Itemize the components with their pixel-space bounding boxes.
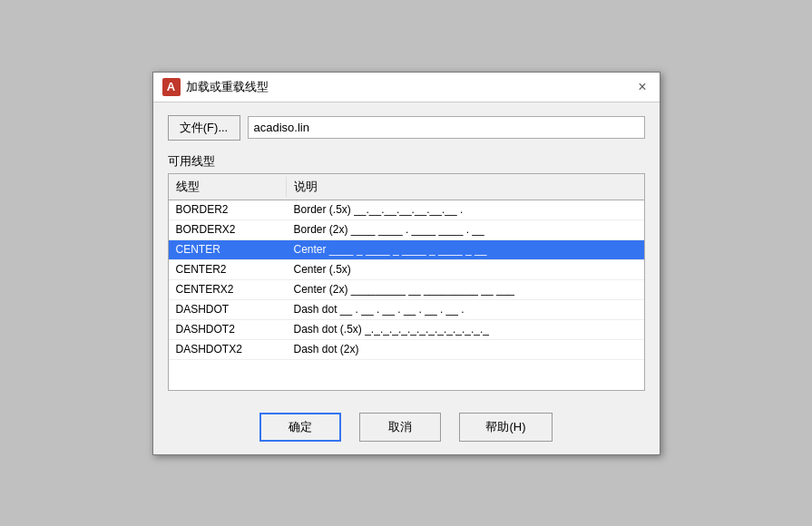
col-description-header: 说明 [287,177,644,197]
description-cell: Center ____ _ ____ _ ____ _ ____ _ __ [287,241,644,258]
table-row[interactable]: CENTERX2Center (2x) _________ __ _______… [169,280,644,300]
dialog-footer: 确定 取消 帮助(H) [153,402,660,454]
table-header: 线型 说明 [169,174,644,200]
linetype-cell: DASHDOT [169,301,287,317]
description-cell: Dash dot (2x) [287,341,644,357]
titlebar: A 加载或重载线型 × [153,73,660,102]
linetype-cell: BORDERX2 [169,221,287,238]
file-button[interactable]: 文件(F)... [168,115,240,141]
description-cell: Center (.5x) [287,261,644,278]
file-input[interactable] [248,116,645,139]
table-row[interactable]: BORDER2Border (.5x) __.__.__.__.__.__.__… [169,200,644,220]
cancel-button[interactable]: 取消 [359,413,441,442]
linetype-cell: CENTERX2 [169,281,287,297]
table-body[interactable]: BORDER2Border (.5x) __.__.__.__.__.__.__… [169,200,644,390]
description-cell: Center (2x) _________ __ _________ __ __… [287,281,644,297]
linetype-cell: BORDER2 [169,201,287,218]
table-row[interactable]: DASHDOT2Dash dot (.5x) _._._._._._._._._… [169,320,644,340]
table-row[interactable]: DASHDOTX2Dash dot (2x) [169,340,644,360]
linetype-cell: DASHDOT2 [169,321,287,337]
linetype-cell: DASHDOTX2 [169,341,287,357]
linetype-table: 线型 说明 BORDER2Border (.5x) __.__.__.__.__… [168,173,645,391]
table-row[interactable]: DASHDOTDash dot __ . __ . __ . __ . __ .… [169,300,644,320]
confirm-button[interactable]: 确定 [259,413,341,442]
description-cell: Dash dot __ . __ . __ . __ . __ . __ . [287,301,644,317]
help-button[interactable]: 帮助(H) [459,413,552,442]
description-cell: Border (2x) ____ ____ . ____ ____ . __ [287,221,644,238]
description-cell: Dash dot (.5x) _._._._._._._._._._._._._… [287,321,644,337]
available-linetypes-label: 可用线型 [168,153,645,170]
linetype-cell: CENTER [169,241,287,258]
file-row: 文件(F)... [168,115,645,141]
dialog: A 加载或重载线型 × 文件(F)... 可用线型 线型 说明 BORDER2B… [152,72,660,455]
col-linetype-header: 线型 [169,177,287,197]
titlebar-left: A 加载或重载线型 [162,78,269,96]
app-icon: A [162,78,181,96]
dialog-title: 加载或重载线型 [186,79,269,95]
close-button[interactable]: × [634,78,650,96]
table-row[interactable]: CENTER2Center (.5x) [169,260,644,280]
dialog-content: 文件(F)... 可用线型 线型 说明 BORDER2Border (.5x) … [153,102,660,402]
table-row[interactable]: CENTERCenter ____ _ ____ _ ____ _ ____ _… [169,240,644,260]
table-row[interactable]: BORDERX2Border (2x) ____ ____ . ____ ___… [169,220,644,240]
linetype-cell: CENTER2 [169,261,287,278]
description-cell: Border (.5x) __.__.__.__.__.__.__ . [287,201,644,218]
